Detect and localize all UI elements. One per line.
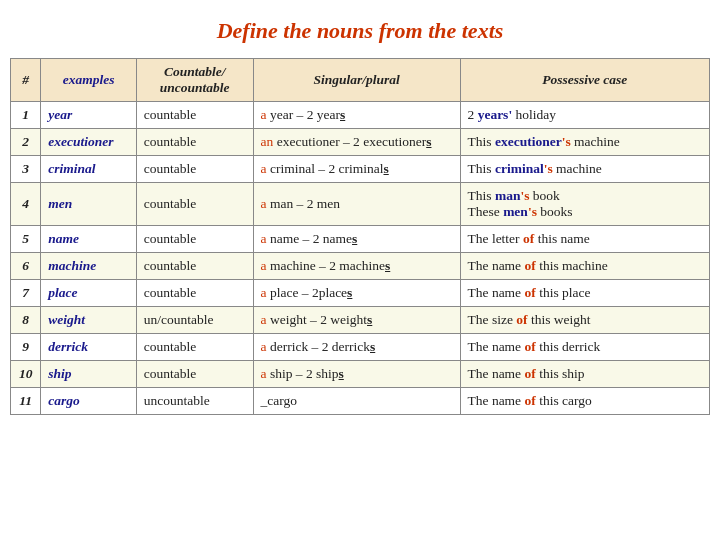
row-singular: a derrick – 2 derricks	[253, 334, 460, 361]
row-number: 3	[11, 156, 41, 183]
row-example: criminal	[41, 156, 137, 183]
table-row: 7placecountablea place – 2placesThe name…	[11, 280, 710, 307]
table-row: 11cargouncountable_cargoThe name of this…	[11, 388, 710, 415]
row-possessive: This man's bookThese men's books	[460, 183, 709, 226]
row-number: 4	[11, 183, 41, 226]
col-header-num: #	[11, 59, 41, 102]
row-singular: a weight – 2 weights	[253, 307, 460, 334]
row-number: 8	[11, 307, 41, 334]
row-countable: countable	[136, 102, 253, 129]
row-countable: countable	[136, 183, 253, 226]
row-singular: a place – 2places	[253, 280, 460, 307]
row-example: men	[41, 183, 137, 226]
nouns-table: # examples Countable/uncountable Singula…	[10, 58, 710, 415]
row-example: cargo	[41, 388, 137, 415]
col-header-singular: Singular/plural	[253, 59, 460, 102]
row-singular: a man – 2 men	[253, 183, 460, 226]
row-singular: a name – 2 names	[253, 226, 460, 253]
row-singular: _cargo	[253, 388, 460, 415]
col-header-possessive: Possessive case	[460, 59, 709, 102]
table-row: 10shipcountablea ship – 2 shipsThe name …	[11, 361, 710, 388]
row-example: ship	[41, 361, 137, 388]
row-number: 11	[11, 388, 41, 415]
row-countable: countable	[136, 280, 253, 307]
row-possessive: This executioner's machine	[460, 129, 709, 156]
row-possessive: 2 years' holiday	[460, 102, 709, 129]
row-example: derrick	[41, 334, 137, 361]
table-row: 3criminalcountablea criminal – 2 crimina…	[11, 156, 710, 183]
row-possessive: The letter of this name	[460, 226, 709, 253]
row-possessive: The name of this ship	[460, 361, 709, 388]
table-row: 9derrickcountablea derrick – 2 derricksT…	[11, 334, 710, 361]
row-number: 2	[11, 129, 41, 156]
row-countable: countable	[136, 129, 253, 156]
row-singular: an executioner – 2 executioners	[253, 129, 460, 156]
col-header-countable: Countable/uncountable	[136, 59, 253, 102]
row-countable: countable	[136, 253, 253, 280]
row-possessive: The name of this cargo	[460, 388, 709, 415]
row-possessive: The name of this place	[460, 280, 709, 307]
row-example: place	[41, 280, 137, 307]
row-number: 7	[11, 280, 41, 307]
row-number: 1	[11, 102, 41, 129]
row-number: 10	[11, 361, 41, 388]
row-countable: countable	[136, 226, 253, 253]
row-singular: a year – 2 years	[253, 102, 460, 129]
row-possessive: The size of this weight	[460, 307, 709, 334]
table-row: 5namecountablea name – 2 namesThe letter…	[11, 226, 710, 253]
row-example: year	[41, 102, 137, 129]
row-possessive: This criminal's machine	[460, 156, 709, 183]
page-title: Define the nouns from the texts	[217, 18, 504, 44]
row-example: name	[41, 226, 137, 253]
row-number: 6	[11, 253, 41, 280]
row-countable: countable	[136, 156, 253, 183]
col-header-examples: examples	[41, 59, 137, 102]
row-singular: a ship – 2 ships	[253, 361, 460, 388]
row-singular: a machine – 2 machines	[253, 253, 460, 280]
row-singular: a criminal – 2 criminals	[253, 156, 460, 183]
row-countable: countable	[136, 361, 253, 388]
row-number: 5	[11, 226, 41, 253]
row-number: 9	[11, 334, 41, 361]
table-row: 4mencountablea man – 2 menThis man's boo…	[11, 183, 710, 226]
row-possessive: The name of this derrick	[460, 334, 709, 361]
table-row: 8weightun/countablea weight – 2 weightsT…	[11, 307, 710, 334]
table-header-row: # examples Countable/uncountable Singula…	[11, 59, 710, 102]
table-row: 6machinecountablea machine – 2 machinesT…	[11, 253, 710, 280]
row-example: machine	[41, 253, 137, 280]
row-example: weight	[41, 307, 137, 334]
row-countable: uncountable	[136, 388, 253, 415]
row-possessive: The name of this machine	[460, 253, 709, 280]
row-countable: countable	[136, 334, 253, 361]
table-row: 2executionercountablean executioner – 2 …	[11, 129, 710, 156]
row-countable: un/countable	[136, 307, 253, 334]
table-row: 1yearcountablea year – 2 years2 years' h…	[11, 102, 710, 129]
row-example: executioner	[41, 129, 137, 156]
